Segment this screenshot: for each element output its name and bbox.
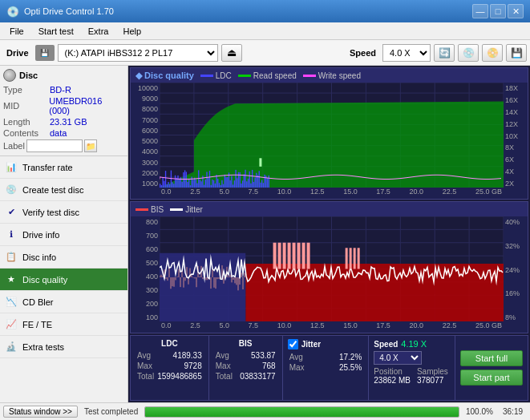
- titlebar-controls: — □ ✕: [472, 4, 524, 18]
- cd-bler-label: CD Bler: [22, 297, 54, 307]
- ldc-legend-label: LDC: [216, 71, 232, 80]
- bis-legend-label: BIS: [151, 205, 164, 214]
- sidebar-nav: 📊 Transfer rate 💿 Create test disc ✔ Ver…: [0, 156, 127, 358]
- position-label: Position: [374, 367, 403, 376]
- sidebar-item-cd-bler[interactable]: 📉 CD Bler: [0, 291, 127, 313]
- bis-table: Avg 533.87 Max 768 Total 03833177: [214, 350, 277, 382]
- maximize-button[interactable]: □: [490, 4, 506, 18]
- sidebar-item-disc-quality[interactable]: ★ Disc quality: [0, 269, 127, 291]
- drive-icon: 💾: [35, 45, 55, 61]
- read-button[interactable]: 📀: [482, 44, 503, 62]
- extra-tests-label: Extra tests: [22, 342, 64, 352]
- mid-label: MID: [3, 101, 49, 111]
- jitter-table: Avg 17.2% Max 25.5%: [288, 352, 364, 373]
- fe-te-label: FE / TE: [22, 320, 52, 329]
- refresh-button[interactable]: 🔄: [434, 44, 455, 62]
- disc-info-panel: Disc Type BD-R MID UMEBDR016 (000) Lengt…: [0, 66, 127, 156]
- legend-jitter: Jitter: [170, 205, 203, 214]
- menu-help[interactable]: Help: [116, 25, 148, 38]
- top-x-axis: 0.0 2.5 5.0 7.5 10.0 12.5 15.0 17.5 20.0…: [160, 188, 504, 199]
- length-value: 23.31 GB: [50, 117, 87, 127]
- sidebar-item-disc-info[interactable]: 📋 Disc info: [0, 246, 127, 269]
- sidebar-item-extra-tests[interactable]: 🔬 Extra tests: [0, 336, 127, 358]
- verify-test-disc-icon: ✔: [5, 206, 18, 219]
- ldc-max-value: 9728: [156, 361, 204, 371]
- ldc-max-row: Max 9728: [136, 361, 204, 371]
- sidebar: Disc Type BD-R MID UMEBDR016 (000) Lengt…: [0, 66, 128, 402]
- close-button[interactable]: ✕: [508, 4, 524, 18]
- titlebar: 💿 Opti Drive Control 1.70 — □ ✕: [0, 0, 530, 22]
- samples-block: Samples 378077: [417, 367, 448, 385]
- titlebar-left: 💿 Opti Drive Control 1.70: [6, 6, 114, 18]
- bottom-chart: BIS Jitter 800 700 600 500 400 300 200 1…: [130, 201, 528, 333]
- mid-value: UMEBDR016 (000): [49, 96, 124, 115]
- jitter-avg-row: Avg 17.2%: [288, 352, 364, 362]
- jitter-checkbox[interactable]: [288, 339, 298, 349]
- speed-value: 4.19 X: [401, 339, 427, 349]
- ldc-avg-row: Avg 4189.33: [136, 350, 204, 361]
- length-label: Length: [3, 117, 50, 127]
- speed-label: Speed: [346, 48, 379, 58]
- ldc-legend-color: [200, 75, 213, 77]
- disc-header-label: Disc: [19, 71, 38, 80]
- save-button[interactable]: 💾: [506, 44, 527, 62]
- drive-info-label: Drive info: [22, 230, 59, 240]
- bottom-y-axis-right: 40% 32% 24% 16% 8%: [504, 216, 528, 333]
- sidebar-item-drive-info[interactable]: ℹ Drive info: [0, 224, 127, 246]
- start-full-button[interactable]: Start full: [460, 350, 523, 366]
- menu-file[interactable]: File: [3, 25, 30, 38]
- transfer-rate-icon: 📊: [5, 161, 18, 174]
- top-chart-body: 10000 9000 8000 7000 6000 5000 4000 3000…: [131, 83, 528, 199]
- disc-length-row: Length 23.31 GB: [3, 117, 124, 127]
- ldc-total-value: 1599486865: [156, 371, 204, 382]
- position-value: 23862 MB: [374, 376, 411, 385]
- progress-bar-fill: [145, 407, 459, 417]
- status-window-button[interactable]: Status window >>: [3, 406, 78, 418]
- legend-ldc: LDC: [200, 71, 232, 80]
- ldc-avg-label: Avg: [136, 350, 156, 361]
- menu-extra[interactable]: Extra: [82, 25, 115, 38]
- type-label: Type: [3, 85, 50, 95]
- bottom-x-axis: 0.0 2.5 5.0 7.5 10.0 12.5 15.0 17.5 20.0…: [160, 321, 504, 333]
- position-block: Position 23862 MB: [374, 367, 411, 385]
- top-chart-canvas: [160, 83, 504, 188]
- samples-label: Samples: [417, 367, 448, 376]
- progress-bar-container: [144, 406, 459, 418]
- label-input[interactable]: [26, 139, 83, 152]
- ldc-avg-value: 4189.33: [156, 350, 204, 361]
- statusbar: Status window >> Test completed 100.0% 3…: [0, 402, 530, 420]
- jitter-header: Jitter: [301, 340, 321, 349]
- disc-type-row: Type BD-R: [3, 85, 124, 95]
- drive-select[interactable]: (K:) ATAPI iHBS312 2 PL17: [58, 44, 218, 62]
- sidebar-item-create-test-disc[interactable]: 💿 Create test disc: [0, 179, 127, 201]
- minimize-button[interactable]: —: [472, 4, 488, 18]
- sidebar-item-transfer-rate[interactable]: 📊 Transfer rate: [0, 156, 127, 179]
- jitter-max-row: Max 25.5%: [288, 362, 364, 373]
- progress-text: 100.0%: [466, 407, 496, 416]
- disc-mid-row: MID UMEBDR016 (000): [3, 96, 124, 115]
- jitter-legend-label: Jitter: [185, 205, 203, 214]
- sidebar-item-fe-te[interactable]: 📈 FE / TE: [0, 313, 127, 336]
- sidebar-item-verify-test-disc[interactable]: ✔ Verify test disc: [0, 201, 127, 224]
- disc-icon: [3, 69, 16, 82]
- speed-select[interactable]: 4.0 X 2.0 X 8.0 X: [382, 44, 431, 62]
- write-speed-legend-color: [303, 75, 316, 77]
- speed-stats: Speed 4.19 X 4.0 X 2.0 X Position 23862 …: [369, 336, 455, 400]
- disc-quality-label: Disc quality: [22, 275, 67, 285]
- menu-start-test[interactable]: Start test: [32, 25, 80, 38]
- status-text: Test completed: [84, 407, 138, 416]
- speed-select-small[interactable]: 4.0 X 2.0 X: [374, 351, 422, 365]
- ldc-stats: LDC Avg 4189.33 Max 9728 Total 159948686…: [131, 336, 209, 400]
- bis-avg-row: Avg 533.87: [214, 350, 277, 361]
- disc-label-row: Label 📁: [3, 139, 124, 152]
- top-chart-title: ◆ Disc quality: [136, 71, 194, 81]
- start-part-button[interactable]: Start part: [460, 370, 523, 386]
- speed-header: Speed: [374, 340, 398, 349]
- read-speed-legend-label: Read speed: [253, 71, 297, 80]
- write-button[interactable]: 💿: [458, 44, 479, 62]
- bis-total-label: Total: [214, 371, 236, 382]
- type-value: BD-R: [50, 85, 71, 95]
- create-test-disc-label: Create test disc: [22, 185, 83, 195]
- label-browse-button[interactable]: 📁: [84, 139, 97, 152]
- eject-button[interactable]: ⏏: [221, 44, 242, 62]
